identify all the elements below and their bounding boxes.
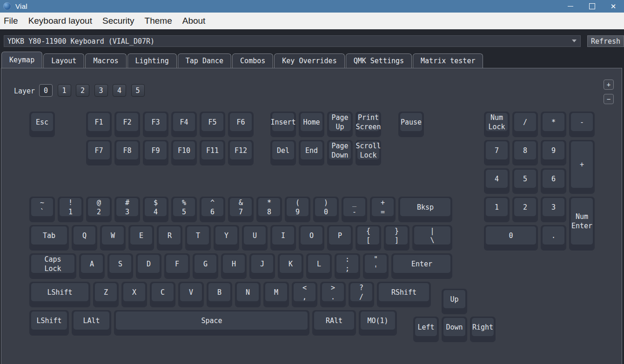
layer-button-4[interactable]: 4 [113,84,126,97]
key-lshift[interactable]: LShift [29,282,90,307]
key-kp-minus[interactable]: - [569,112,595,137]
key-insert[interactable]: Insert [270,112,296,137]
key-7[interactable]: & 7 [228,197,254,222]
minimize-button[interactable] [560,0,581,13]
tab-lighting[interactable]: Lighting [127,53,177,68]
key-enter[interactable]: Enter [391,253,452,279]
key-kp-1[interactable]: 1 [484,197,510,222]
key-kp-2[interactable]: 2 [512,197,538,222]
key-e[interactable]: E [128,225,154,251]
key-semicolon[interactable]: : ; [335,253,360,279]
key-v[interactable]: V [178,282,204,307]
key-down[interactable]: Down [442,317,467,342]
key-lalt[interactable]: LAlt [72,310,111,336]
key-minus[interactable]: _ - [342,197,367,222]
key-kp-4[interactable]: 4 [484,168,510,194]
key-c[interactable]: C [150,282,175,307]
close-button[interactable]: ✕ [603,0,624,13]
key-kp-enter[interactable]: Num Enter [569,197,595,251]
tab-keymap[interactable]: Keymap [1,52,42,68]
key-kp-3[interactable]: 3 [541,197,566,222]
key-h[interactable]: H [221,253,247,279]
key-u[interactable]: U [242,225,268,251]
key-9[interactable]: ( 9 [285,197,310,222]
key-bksp[interactable]: Bksp [398,197,452,222]
key-f4[interactable]: F4 [171,112,197,137]
tab-qmk-settings[interactable]: QMK Settings [346,53,412,68]
key-comma[interactable]: < , [292,282,317,307]
key-num-lock[interactable]: Num Lock [484,112,510,137]
layer-button-2[interactable]: 2 [76,84,89,97]
key-f7[interactable]: F7 [86,140,112,165]
layer-button-3[interactable]: 3 [94,84,108,97]
key-f2[interactable]: F2 [114,112,140,137]
key-y[interactable]: Y [214,225,239,251]
key-backslash[interactable]: | \ [412,225,452,251]
key-f6[interactable]: F6 [228,112,254,137]
key-kp-asterisk[interactable]: * [541,112,566,137]
key-g[interactable]: G [193,253,218,279]
key-kp-9[interactable]: 9 [541,140,566,165]
key-3[interactable]: # 3 [114,197,140,222]
key-8[interactable]: * 8 [256,197,282,222]
key-kp-0[interactable]: 0 [484,225,538,251]
key-f1[interactable]: F1 [86,112,112,137]
key-ralt[interactable]: RAlt [312,310,356,336]
refresh-button[interactable]: Refresh [587,35,624,47]
layer-button-5[interactable]: 5 [131,84,145,97]
key-grave[interactable]: ~ ` [29,197,55,222]
key-2[interactable]: @ 2 [86,197,112,222]
key-up[interactable]: Up [442,289,467,314]
key-f12[interactable]: F12 [228,140,254,165]
menu-item-security[interactable]: Security [97,13,140,29]
device-select-dropdown[interactable]: YDKB Y80-11900 Keyboard (VIAL_D07R) [4,35,581,47]
key-w[interactable]: W [100,225,126,251]
key-rbracket[interactable]: } ] [384,225,409,251]
menu-item-theme[interactable]: Theme [140,13,177,29]
key-page-up[interactable]: Page Up [327,112,353,137]
key-f3[interactable]: F3 [143,112,168,137]
key-1[interactable]: ! 1 [58,197,83,222]
key-period[interactable]: > . [320,282,346,307]
key-mo1[interactable]: MO(1) [359,310,397,336]
key-right[interactable]: Right [470,317,496,342]
key-print-screen[interactable]: Print Screen [356,112,381,137]
key-lshift-bottom[interactable]: LShift [29,310,69,336]
tab-layout[interactable]: Layout [43,53,84,68]
menu-item-file[interactable]: File [0,13,23,29]
key-kp-7[interactable]: 7 [484,140,510,165]
tab-tap-dance[interactable]: Tap Dance [178,53,231,68]
key-equal[interactable]: + = [370,197,396,222]
key-5[interactable]: % 5 [171,197,197,222]
layer-button-0[interactable]: 0 [39,84,53,97]
key-l[interactable]: L [306,253,332,279]
key-i[interactable]: I [270,225,296,251]
key-f11[interactable]: F11 [200,140,225,165]
tab-combos[interactable]: Combos [232,53,273,68]
key-k[interactable]: K [278,253,303,279]
maximize-button[interactable] [581,0,603,13]
key-x[interactable]: X [121,282,147,307]
layer-button-1[interactable]: 1 [58,84,71,97]
key-0[interactable]: ) 0 [313,197,339,222]
key-del[interactable]: Del [270,140,296,165]
key-p[interactable]: P [327,225,353,251]
key-quote[interactable]: " ' [363,253,389,279]
key-pause[interactable]: Pause [398,112,424,137]
key-kp-plus[interactable]: + [569,140,595,194]
key-f[interactable]: F [164,253,190,279]
key-caps-lock[interactable]: Caps Lock [29,253,76,279]
key-kp-5[interactable]: 5 [512,168,538,194]
key-m[interactable]: M [263,282,289,307]
key-q[interactable]: Q [72,225,97,251]
key-f10[interactable]: F10 [171,140,197,165]
key-6[interactable]: ^ 6 [200,197,225,222]
key-rshift[interactable]: RShift [377,282,431,307]
key-a[interactable]: A [79,253,105,279]
key-f5[interactable]: F5 [200,112,225,137]
key-end[interactable]: End [299,140,324,165]
key-s[interactable]: S [107,253,133,279]
key-4[interactable]: $ 4 [143,197,168,222]
menu-item-about[interactable]: About [177,13,211,29]
key-slash[interactable]: ? / [349,282,374,307]
